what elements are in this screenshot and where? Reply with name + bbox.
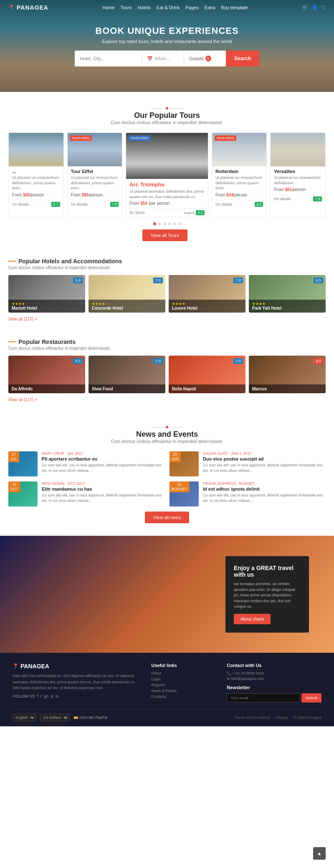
social-facebook[interactable]: f <box>37 694 38 698</box>
follow-label: FOLLOW US <box>13 694 35 698</box>
newsletter-form: Submit <box>227 693 321 703</box>
footer-link-register[interactable]: Register <box>151 683 214 687</box>
hotel-card[interactable]: 7.0 ★★★★ Concorde Hotel <box>89 275 165 313</box>
tour-card[interactable]: ... Ut placerat ius mnesarchum definitio… <box>8 132 64 217</box>
tour-card[interactable]: Versailles At placerat ius mnesarchum de… <box>270 132 326 217</box>
social-twitter[interactable]: t <box>41 694 42 698</box>
news-body: TRAVEL EXPRESS BUDGET Id est adhuc ignot… <box>203 481 326 507</box>
tour-card-featured[interactable]: FEATURED Arc Triomphe Ut placerat tacima… <box>126 132 208 217</box>
footer-link-about[interactable]: About <box>151 671 214 675</box>
nav-hotels[interactable]: Hotels <box>138 5 151 10</box>
nav-eat[interactable]: Eat & Drink <box>157 5 180 10</box>
tour-desc: Ut placerat tacimatas definitionen aea, … <box>129 189 205 199</box>
terms-link[interactable]: Terms and conditions <box>235 715 271 720</box>
currency-select[interactable]: US Dollars <box>40 714 69 721</box>
footer-email: ✉ info@panagea.com <box>227 677 321 681</box>
tour-rating: 8.7 <box>51 202 60 207</box>
nav-extra[interactable]: Extra <box>205 5 215 10</box>
tour-card-footer: On details 8.5 <box>212 200 267 209</box>
footer-contact: Contact with Us 📞 + 81 23 8605 5405 ✉ in… <box>227 663 321 703</box>
news-article-title[interactable]: Pli aportare scribantur eu <box>42 456 164 461</box>
hotel-search-input[interactable] <box>75 53 142 64</box>
footer: PANAGEA Mae nibh mea philosophia oc. Duo… <box>0 653 334 726</box>
cta-button[interactable]: About charts <box>234 613 271 624</box>
tour-card[interactable]: FEATURED Rotterdam Ut placerat ius mnesa… <box>212 132 267 217</box>
site-logo[interactable]: PANAGEA <box>8 4 48 11</box>
tour-details-link[interactable]: On details <box>12 202 29 206</box>
date-field[interactable]: 📅 When... <box>142 53 184 65</box>
user-icon[interactable]: 👤 <box>311 5 318 10</box>
hotel-card[interactable]: 7.0 ★★★★ Louvre Hotel <box>169 275 245 313</box>
nav-buy[interactable]: Buy template <box>221 5 248 10</box>
news-article-title[interactable]: Elitr mandamus cu has <box>42 486 164 491</box>
carousel-dot-1[interactable] <box>153 222 156 225</box>
restaurant-card[interactable]: 7.5 Bella Napoli <box>169 356 245 393</box>
tour-card[interactable]: FEATURED Tour Eiffel Ut placerat ius mne… <box>67 132 123 217</box>
view-all-tours-button[interactable]: View all Tours <box>142 229 187 241</box>
search-button[interactable]: Search <box>226 51 259 66</box>
footer-link-news[interactable]: News & Events <box>151 689 214 693</box>
news-body: MARY CRUE JUL 2017 Pli aportare scribant… <box>42 451 164 476</box>
social-google[interactable]: g+ <box>44 694 48 698</box>
footer-logo: PANAGEA <box>13 663 139 669</box>
social-pinterest[interactable]: p <box>51 694 53 698</box>
navbar: PANAGEA Home Tours Hotels Eat & Drink Pa… <box>0 0 334 15</box>
tour-card-body: Arc Triomphe Ut placerat tacimatas defin… <box>126 179 208 208</box>
hotel-card[interactable]: 6.5 ★★★★ Park Yatt Hotel <box>249 275 326 313</box>
hotels-subtitle: Cum doctus civibus efficiantur in imperd… <box>8 265 326 270</box>
view-all-news-button[interactable]: View all news <box>145 512 189 523</box>
newsletter-title: Newsletter <box>227 685 321 690</box>
nav-pages[interactable]: Pages <box>185 5 198 10</box>
restaurant-card[interactable]: 7.0 Slow Food <box>89 356 165 393</box>
guests-field[interactable]: Guests 0 <box>184 52 226 65</box>
carousel-dot-6[interactable] <box>178 222 181 225</box>
tour-card-footer: 5h 30min Superb 8.2 <box>126 208 208 217</box>
hotel-name: Mariott Hotel <box>12 306 82 311</box>
tour-rating: 7.9 <box>313 196 322 201</box>
hotel-card[interactable]: 5.9 ★★★★ Mariott Hotel <box>8 275 85 313</box>
restaurant-card[interactable]: 6.5 Da Alfredo <box>8 356 85 393</box>
carousel-dot-3[interactable] <box>163 222 166 225</box>
tour-price: From $61/person <box>274 187 322 192</box>
tour-details-link[interactable]: On details <box>274 197 291 201</box>
tour-price: From $65/person <box>12 193 60 197</box>
footer-link-login[interactable]: Login <box>151 677 214 681</box>
carousel-dot-5[interactable] <box>173 222 176 225</box>
nav-tours[interactable]: Tours <box>121 5 132 10</box>
news-image-wrap: 25 JAN <box>170 451 199 476</box>
news-article-title[interactable]: Duo eius postea suscipit ad <box>203 456 326 461</box>
carousel-dot-4[interactable] <box>168 222 171 225</box>
news-card[interactable]: 27 JUL MARY CRUE JUL 2017 Pli aportare s… <box>8 451 164 476</box>
newsletter-submit-button[interactable]: Submit <box>301 693 321 703</box>
footer-phone: 📞 + 81 23 8605 5405 <box>227 671 321 675</box>
footer-brand-desc: Mae nibh mea philosophia oc. Duo legimus… <box>13 673 139 691</box>
restaurant-card[interactable]: 9.0 Marcus <box>249 356 326 393</box>
cart-icon[interactable]: 🛒 <box>302 5 308 10</box>
news-day: 27 <box>10 452 17 457</box>
nav-home[interactable]: Home <box>102 5 114 10</box>
news-tags: GALINA GUST JAN 1, 2017 <box>203 451 326 456</box>
news-card[interactable]: 25 JAN GALINA GUST JAN 1, 2017 Duo eius … <box>170 451 326 476</box>
popular-hotels-section: Popular Hotels and Accommodations Cum do… <box>0 254 334 334</box>
tour-desc: Ut placerat ius mnesarchum definitionen,… <box>12 175 60 191</box>
carousel-dot-2[interactable] <box>158 222 161 225</box>
privacy-link[interactable]: Privacy <box>276 715 288 720</box>
view-all-restaurants-link[interactable]: View all (117) > <box>8 397 37 402</box>
language-select[interactable]: English <box>13 714 36 721</box>
hero-title: BOOK UNIQUE EXPERIENCES <box>95 25 238 36</box>
heart-icon[interactable]: ♡ <box>321 5 326 10</box>
news-card[interactable]: 16 OCT NICO SOMIN OCT 2017 Elitr mandamu… <box>8 481 164 507</box>
tour-name: ... <box>12 169 60 174</box>
tour-details-link[interactable]: On details <box>71 202 88 206</box>
social-instagram[interactable]: in <box>56 694 58 698</box>
view-all-hotels-link[interactable]: View all (117) > <box>8 317 37 321</box>
news-card[interactable]: 15 BUDGET TRAVEL EXPRESS BUDGET Id est a… <box>170 481 326 507</box>
tour-rating: 7.8 <box>110 202 119 207</box>
news-article-title[interactable]: Id est adhuc ignota delinit <box>203 486 326 491</box>
tour-details-link[interactable]: On details <box>215 202 233 206</box>
footer-link-contacts[interactable]: Contacts <box>151 695 214 699</box>
tour-badge: FEATURED <box>70 135 92 141</box>
restaurant-info: Marcus <box>249 384 326 393</box>
tour-price: From $54 /per person <box>129 201 205 206</box>
newsletter-input[interactable] <box>227 693 300 703</box>
